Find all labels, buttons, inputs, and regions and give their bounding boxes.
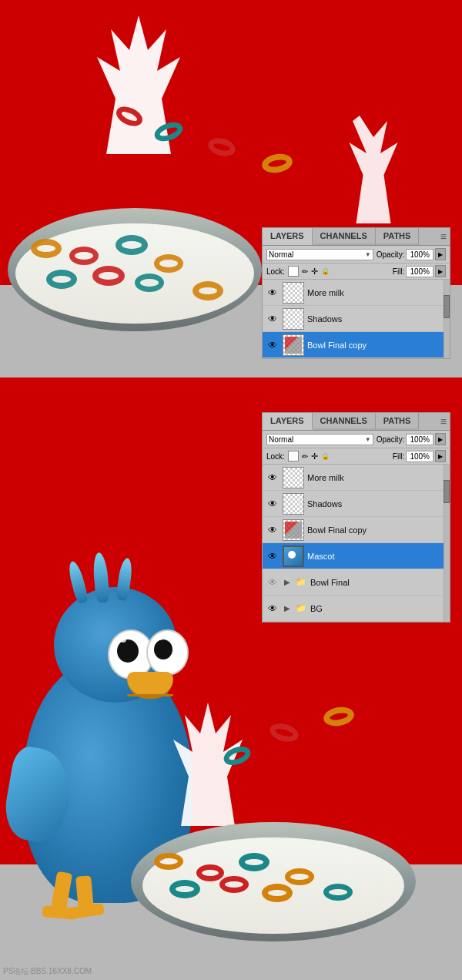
blend-opacity-row-bottom: Normal ▼ Opacity: 100% ▶ xyxy=(263,431,450,448)
bird-head xyxy=(54,587,177,703)
opacity-value-top[interactable]: 100% xyxy=(406,249,434,260)
tab-channels-top[interactable]: CHANNELS xyxy=(313,228,376,245)
layer-row-shadows-top[interactable]: 👁 Shadows xyxy=(263,306,450,332)
eye-shadows-top[interactable]: 👁 xyxy=(266,314,280,324)
fill-arrow-bottom[interactable]: ▶ xyxy=(435,450,446,462)
thumb-shadows-top xyxy=(283,308,304,330)
pen-icon-bottom: ✏ xyxy=(302,452,308,461)
eye-shine-left xyxy=(120,636,126,643)
layer-name-more-milk-bottom: More milk xyxy=(307,473,447,482)
layer-row-more-milk-bottom[interactable]: 👁 More milk xyxy=(263,465,450,491)
eye-bowl-final[interactable]: 👁 xyxy=(266,577,280,588)
move-icon-top: ✛ xyxy=(311,267,318,277)
tab-paths-top[interactable]: PATHS xyxy=(376,228,420,245)
blend-dropdown-arrow-top: ▼ xyxy=(365,251,371,258)
panel-top: LAYERS CHANNELS PATHS ≡ Normal ▼ Opacity… xyxy=(0,0,462,378)
fill-value-bottom[interactable]: 100% xyxy=(406,451,434,462)
scroll-bar-bottom[interactable] xyxy=(444,465,450,622)
fill-control-bottom: Fill: 100% ▶ xyxy=(393,450,446,462)
layers-panel-top: LAYERS CHANNELS PATHS ≡ Normal ▼ Opacity… xyxy=(262,227,450,359)
bowl-final-expand[interactable]: ▶ xyxy=(283,578,292,587)
folder-icon-bg: 📁 xyxy=(295,603,307,614)
layer-name-bowl-final: Bowl Final xyxy=(310,578,447,587)
crest-feather-1 xyxy=(66,560,89,604)
lock-check-bottom[interactable] xyxy=(288,451,299,461)
opacity-value-bottom[interactable]: 100% xyxy=(406,434,434,445)
opacity-arrow-top[interactable]: ▶ xyxy=(435,248,446,260)
eye-bg[interactable]: 👁 xyxy=(266,603,280,614)
lock-icon-bottom: 🔒 xyxy=(321,452,330,460)
fill-value-top[interactable]: 100% xyxy=(406,266,434,277)
folder-icon-bowl-final: 📁 xyxy=(295,577,307,588)
layer-name-bowl-final-copy-top: Bowl Final copy xyxy=(307,341,447,350)
thumb-mascot xyxy=(283,545,304,567)
layer-row-more-milk-top[interactable]: 👁 More milk xyxy=(263,280,450,306)
layer-name-shadows-top: Shadows xyxy=(307,314,447,324)
opacity-control-bottom: Opacity: 100% ▶ xyxy=(377,433,446,445)
thumb-bowl-final-copy-top xyxy=(283,334,304,356)
blend-opacity-row-top: Normal ▼ Opacity: 100% ▶ xyxy=(263,246,450,263)
watermark: PS论坛·BBS.16XX8.COM xyxy=(0,965,95,978)
layer-row-mascot[interactable]: 👁 Mascot xyxy=(263,543,450,569)
lock-row-top: Lock: ✏ ✛ 🔒 Fill: 100% ▶ xyxy=(263,263,450,280)
blend-mode-select-top[interactable]: Normal ▼ xyxy=(266,249,373,260)
bird-pupil-right xyxy=(154,639,172,659)
eye-shine-right xyxy=(157,635,162,640)
cereal-bowl-bottom xyxy=(131,822,416,941)
opacity-control-top: Opacity: 100% ▶ xyxy=(377,248,446,260)
tab-layers-top[interactable]: LAYERS xyxy=(263,228,313,245)
thumb-more-milk-bottom xyxy=(283,467,304,488)
lock-icon-top: 🔒 xyxy=(321,267,330,275)
layer-row-bowl-final-copy-bottom[interactable]: 👁 Bowl Final copy xyxy=(263,517,450,543)
tab-paths-bottom[interactable]: PATHS xyxy=(376,413,420,430)
bird-beak xyxy=(127,672,173,699)
scroll-thumb-top[interactable] xyxy=(444,295,450,318)
eye-shadows-bottom[interactable]: 👁 xyxy=(266,498,280,509)
crest-feather-2 xyxy=(92,552,110,602)
cereal-bowl-top xyxy=(8,208,262,331)
lock-check-top[interactable] xyxy=(288,266,299,277)
layer-name-bowl-final-copy-bottom: Bowl Final copy xyxy=(307,525,447,535)
thumb-bowl-final-copy-bottom xyxy=(283,519,304,541)
layer-row-bowl-final-copy-top[interactable]: 👁 Bowl Final copy xyxy=(263,332,450,358)
layer-row-bowl-final[interactable]: 👁 ▶ 📁 Bowl Final xyxy=(263,569,450,596)
panel-menu-bottom[interactable]: ≡ xyxy=(440,415,447,428)
layers-panel-bottom: LAYERS CHANNELS PATHS ≡ Normal ▼ Opacity… xyxy=(262,412,450,623)
fill-arrow-top[interactable]: ▶ xyxy=(435,265,446,277)
pen-icon-top: ✏ xyxy=(302,267,308,276)
eye-bowl-final-copy-bottom[interactable]: 👁 xyxy=(266,525,280,535)
thumb-more-milk-top xyxy=(283,282,304,304)
layer-name-bg: BG xyxy=(310,604,447,613)
lock-row-bottom: Lock: ✏ ✛ 🔒 Fill: 100% ▶ xyxy=(263,448,450,465)
bird-pupil-left xyxy=(117,639,139,663)
tab-layers-bottom[interactable]: LAYERS xyxy=(263,413,313,430)
scroll-bar-top[interactable] xyxy=(444,280,450,358)
thumb-shadows-bottom xyxy=(283,493,304,515)
layers-tabs-top: LAYERS CHANNELS PATHS ≡ xyxy=(263,228,450,246)
blend-mode-select-bottom[interactable]: Normal ▼ xyxy=(266,434,373,445)
panel-menu-top[interactable]: ≡ xyxy=(440,230,447,243)
scroll-thumb-bottom[interactable] xyxy=(444,480,450,503)
bg-expand[interactable]: ▶ xyxy=(283,604,292,613)
layer-name-shadows-bottom: Shadows xyxy=(307,499,447,508)
tab-channels-bottom[interactable]: CHANNELS xyxy=(313,413,376,430)
eye-mascot[interactable]: 👁 xyxy=(266,551,280,562)
eye-more-milk-bottom[interactable]: 👁 xyxy=(266,472,280,483)
layer-row-shadows-bottom[interactable]: 👁 Shadows xyxy=(263,491,450,517)
screenshot-container: LAYERS CHANNELS PATHS ≡ Normal ▼ Opacity… xyxy=(0,0,462,980)
blend-dropdown-arrow-bottom: ▼ xyxy=(365,436,371,443)
layers-tabs-bottom: LAYERS CHANNELS PATHS ≡ xyxy=(263,413,450,431)
crest-feather-3 xyxy=(116,557,133,601)
layer-name-mascot: Mascot xyxy=(307,552,447,561)
layer-row-bg[interactable]: 👁 ▶ 📁 BG xyxy=(263,596,450,622)
layer-name-more-milk-top: More milk xyxy=(307,288,447,297)
move-icon-bottom: ✛ xyxy=(311,451,318,461)
fill-control-top: Fill: 100% ▶ xyxy=(393,265,446,277)
eye-bowl-final-copy-top[interactable]: 👁 xyxy=(266,340,280,351)
eye-more-milk-top[interactable]: 👁 xyxy=(266,287,280,298)
panel-bottom: LAYERS CHANNELS PATHS ≡ Normal ▼ Opacity… xyxy=(0,378,462,980)
opacity-arrow-bottom[interactable]: ▶ xyxy=(435,433,446,445)
